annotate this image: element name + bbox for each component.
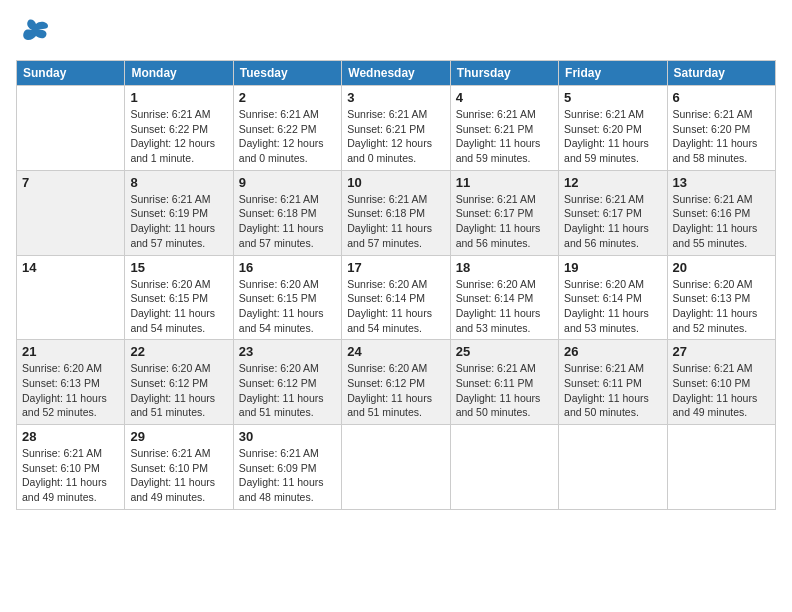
- day-number: 19: [564, 260, 661, 275]
- day-info: Sunrise: 6:21 AM Sunset: 6:17 PM Dayligh…: [564, 192, 661, 251]
- day-number: 20: [673, 260, 770, 275]
- calendar-cell: 15Sunrise: 6:20 AM Sunset: 6:15 PM Dayli…: [125, 255, 233, 340]
- day-number: 13: [673, 175, 770, 190]
- calendar-cell: 9Sunrise: 6:21 AM Sunset: 6:18 PM Daylig…: [233, 170, 341, 255]
- day-info: Sunrise: 6:20 AM Sunset: 6:12 PM Dayligh…: [239, 361, 336, 420]
- calendar-week-5: 28Sunrise: 6:21 AM Sunset: 6:10 PM Dayli…: [17, 425, 776, 510]
- day-number: 26: [564, 344, 661, 359]
- day-number: 8: [130, 175, 227, 190]
- day-info: Sunrise: 6:21 AM Sunset: 6:10 PM Dayligh…: [673, 361, 770, 420]
- day-info: Sunrise: 6:21 AM Sunset: 6:21 PM Dayligh…: [347, 107, 444, 166]
- calendar-cell: 14: [17, 255, 125, 340]
- calendar-cell: 10Sunrise: 6:21 AM Sunset: 6:18 PM Dayli…: [342, 170, 450, 255]
- day-info: Sunrise: 6:21 AM Sunset: 6:10 PM Dayligh…: [130, 446, 227, 505]
- day-number: 17: [347, 260, 444, 275]
- day-info: Sunrise: 6:21 AM Sunset: 6:20 PM Dayligh…: [673, 107, 770, 166]
- calendar-week-4: 21Sunrise: 6:20 AM Sunset: 6:13 PM Dayli…: [17, 340, 776, 425]
- calendar-cell: 11Sunrise: 6:21 AM Sunset: 6:17 PM Dayli…: [450, 170, 558, 255]
- day-info: Sunrise: 6:21 AM Sunset: 6:21 PM Dayligh…: [456, 107, 553, 166]
- day-number: 12: [564, 175, 661, 190]
- day-number: 27: [673, 344, 770, 359]
- day-number: 7: [22, 175, 119, 190]
- day-number: 30: [239, 429, 336, 444]
- day-info: Sunrise: 6:20 AM Sunset: 6:14 PM Dayligh…: [564, 277, 661, 336]
- calendar-week-2: 78Sunrise: 6:21 AM Sunset: 6:19 PM Dayli…: [17, 170, 776, 255]
- col-header-sunday: Sunday: [17, 61, 125, 86]
- day-info: Sunrise: 6:20 AM Sunset: 6:15 PM Dayligh…: [239, 277, 336, 336]
- calendar-cell: 20Sunrise: 6:20 AM Sunset: 6:13 PM Dayli…: [667, 255, 775, 340]
- day-number: 16: [239, 260, 336, 275]
- day-number: 22: [130, 344, 227, 359]
- calendar-table: SundayMondayTuesdayWednesdayThursdayFrid…: [16, 60, 776, 510]
- day-number: 11: [456, 175, 553, 190]
- day-number: 24: [347, 344, 444, 359]
- calendar-cell: [342, 425, 450, 510]
- calendar-cell: 19Sunrise: 6:20 AM Sunset: 6:14 PM Dayli…: [559, 255, 667, 340]
- calendar-cell: 29Sunrise: 6:21 AM Sunset: 6:10 PM Dayli…: [125, 425, 233, 510]
- logo: [16, 16, 50, 48]
- day-number: 29: [130, 429, 227, 444]
- col-header-saturday: Saturday: [667, 61, 775, 86]
- calendar-cell: 25Sunrise: 6:21 AM Sunset: 6:11 PM Dayli…: [450, 340, 558, 425]
- calendar-week-3: 1415Sunrise: 6:20 AM Sunset: 6:15 PM Day…: [17, 255, 776, 340]
- day-number: 14: [22, 260, 119, 275]
- day-info: Sunrise: 6:21 AM Sunset: 6:10 PM Dayligh…: [22, 446, 119, 505]
- day-info: Sunrise: 6:21 AM Sunset: 6:22 PM Dayligh…: [239, 107, 336, 166]
- day-info: Sunrise: 6:21 AM Sunset: 6:20 PM Dayligh…: [564, 107, 661, 166]
- calendar-cell: 18Sunrise: 6:20 AM Sunset: 6:14 PM Dayli…: [450, 255, 558, 340]
- logo-bird-icon: [18, 16, 50, 48]
- col-header-thursday: Thursday: [450, 61, 558, 86]
- calendar-cell: 16Sunrise: 6:20 AM Sunset: 6:15 PM Dayli…: [233, 255, 341, 340]
- calendar-week-1: 1Sunrise: 6:21 AM Sunset: 6:22 PM Daylig…: [17, 86, 776, 171]
- calendar-cell: 12Sunrise: 6:21 AM Sunset: 6:17 PM Dayli…: [559, 170, 667, 255]
- calendar-cell: 28Sunrise: 6:21 AM Sunset: 6:10 PM Dayli…: [17, 425, 125, 510]
- calendar-cell: [667, 425, 775, 510]
- day-info: Sunrise: 6:20 AM Sunset: 6:14 PM Dayligh…: [456, 277, 553, 336]
- col-header-wednesday: Wednesday: [342, 61, 450, 86]
- calendar-cell: [559, 425, 667, 510]
- day-info: Sunrise: 6:21 AM Sunset: 6:17 PM Dayligh…: [456, 192, 553, 251]
- calendar-header: SundayMondayTuesdayWednesdayThursdayFrid…: [17, 61, 776, 86]
- day-number: 5: [564, 90, 661, 105]
- calendar-cell: 6Sunrise: 6:21 AM Sunset: 6:20 PM Daylig…: [667, 86, 775, 171]
- day-number: 4: [456, 90, 553, 105]
- calendar-cell: 4Sunrise: 6:21 AM Sunset: 6:21 PM Daylig…: [450, 86, 558, 171]
- calendar-cell: 22Sunrise: 6:20 AM Sunset: 6:12 PM Dayli…: [125, 340, 233, 425]
- day-number: 25: [456, 344, 553, 359]
- col-header-monday: Monday: [125, 61, 233, 86]
- day-number: 28: [22, 429, 119, 444]
- day-number: 23: [239, 344, 336, 359]
- calendar-cell: 27Sunrise: 6:21 AM Sunset: 6:10 PM Dayli…: [667, 340, 775, 425]
- day-number: 9: [239, 175, 336, 190]
- day-number: 21: [22, 344, 119, 359]
- day-number: 3: [347, 90, 444, 105]
- calendar-cell: 17Sunrise: 6:20 AM Sunset: 6:14 PM Dayli…: [342, 255, 450, 340]
- calendar-cell: [17, 86, 125, 171]
- calendar-cell: 24Sunrise: 6:20 AM Sunset: 6:12 PM Dayli…: [342, 340, 450, 425]
- calendar-cell: 8Sunrise: 6:21 AM Sunset: 6:19 PM Daylig…: [125, 170, 233, 255]
- day-info: Sunrise: 6:21 AM Sunset: 6:22 PM Dayligh…: [130, 107, 227, 166]
- day-number: 6: [673, 90, 770, 105]
- calendar-cell: 1Sunrise: 6:21 AM Sunset: 6:22 PM Daylig…: [125, 86, 233, 171]
- calendar-cell: 2Sunrise: 6:21 AM Sunset: 6:22 PM Daylig…: [233, 86, 341, 171]
- day-info: Sunrise: 6:21 AM Sunset: 6:11 PM Dayligh…: [564, 361, 661, 420]
- col-header-friday: Friday: [559, 61, 667, 86]
- day-info: Sunrise: 6:21 AM Sunset: 6:19 PM Dayligh…: [130, 192, 227, 251]
- col-header-tuesday: Tuesday: [233, 61, 341, 86]
- day-info: Sunrise: 6:21 AM Sunset: 6:11 PM Dayligh…: [456, 361, 553, 420]
- calendar-cell: [450, 425, 558, 510]
- day-info: Sunrise: 6:20 AM Sunset: 6:14 PM Dayligh…: [347, 277, 444, 336]
- day-number: 10: [347, 175, 444, 190]
- day-number: 2: [239, 90, 336, 105]
- calendar-cell: 7: [17, 170, 125, 255]
- calendar-cell: 21Sunrise: 6:20 AM Sunset: 6:13 PM Dayli…: [17, 340, 125, 425]
- day-info: Sunrise: 6:21 AM Sunset: 6:16 PM Dayligh…: [673, 192, 770, 251]
- day-number: 15: [130, 260, 227, 275]
- calendar-cell: 30Sunrise: 6:21 AM Sunset: 6:09 PM Dayli…: [233, 425, 341, 510]
- page-header: [16, 16, 776, 48]
- calendar-cell: 26Sunrise: 6:21 AM Sunset: 6:11 PM Dayli…: [559, 340, 667, 425]
- calendar-cell: 23Sunrise: 6:20 AM Sunset: 6:12 PM Dayli…: [233, 340, 341, 425]
- day-info: Sunrise: 6:20 AM Sunset: 6:13 PM Dayligh…: [22, 361, 119, 420]
- day-info: Sunrise: 6:20 AM Sunset: 6:13 PM Dayligh…: [673, 277, 770, 336]
- calendar-cell: 13Sunrise: 6:21 AM Sunset: 6:16 PM Dayli…: [667, 170, 775, 255]
